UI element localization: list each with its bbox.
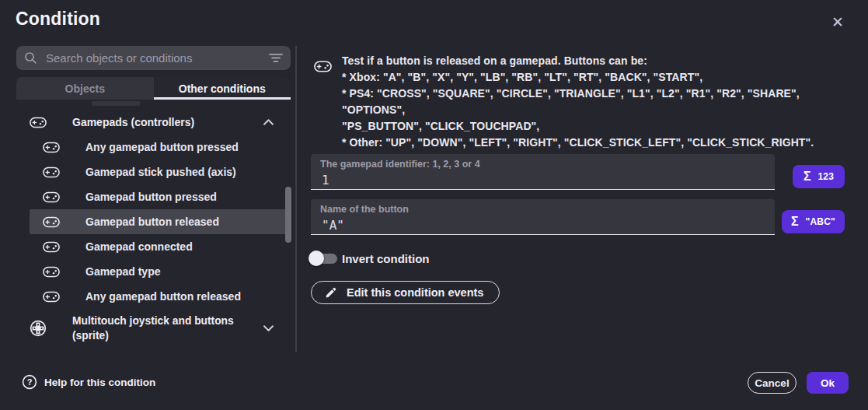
clipped-list-row — [92, 101, 140, 106]
list-group-multitouch[interactable]: Multitouch joystick and buttons (sprite) — [30, 309, 287, 348]
pencil-icon — [325, 286, 337, 299]
gamepad-icon — [30, 116, 47, 129]
list-group-gamepads[interactable]: Gamepads (controllers) — [30, 110, 287, 135]
dialog-title: Condition — [16, 9, 100, 30]
button-name-input[interactable] — [320, 217, 758, 233]
list-item[interactable]: Any gamepad button pressed — [30, 135, 287, 159]
group-label: Multitouch joystick and buttons (sprite) — [72, 314, 253, 343]
gamepad-icon — [43, 290, 60, 303]
ok-button[interactable]: Ok — [807, 372, 849, 394]
tab-objects[interactable]: Objects — [16, 77, 154, 100]
gamepad-icon — [43, 141, 60, 154]
list-item-selected[interactable]: Gamepad button released — [30, 209, 287, 234]
gamepad-identifier-input[interactable] — [320, 172, 758, 188]
gamepad-icon — [43, 166, 60, 179]
help-link[interactable]: ? Help for this condition — [22, 374, 155, 390]
button-name-field[interactable]: Name of the button — [311, 199, 775, 235]
multitouch-dpad-icon — [30, 320, 47, 337]
gamepad-icon — [43, 265, 60, 279]
panel-divider — [295, 46, 297, 352]
tab-objects-label: Objects — [65, 82, 105, 95]
list-scrollbar-thumb[interactable] — [285, 187, 291, 243]
gamepad-identifier-field[interactable]: The gamepad identifier: 1, 2, 3 or 4 — [311, 154, 775, 190]
list-item[interactable]: Gamepad connected — [30, 234, 287, 259]
cancel-button[interactable]: Cancel — [748, 372, 797, 394]
tab-other-conditions-label: Other conditions — [179, 82, 266, 95]
edit-condition-events-label: Edit this condition events — [347, 286, 483, 299]
list-item[interactable]: Gamepad button pressed — [30, 184, 287, 209]
question-mark-icon: ? — [22, 374, 37, 390]
selected-tab-indicator — [154, 97, 291, 100]
toggle-thumb — [309, 251, 324, 266]
list-item-label: Gamepad button released — [85, 216, 219, 228]
condition-dialog: Condition ✕ Objects Other conditions Gam… — [0, 0, 868, 410]
gamepad-icon — [43, 191, 60, 204]
expression-button-label: "ABC" — [806, 216, 835, 227]
expression-builder-number-button[interactable]: Σ 123 — [793, 165, 845, 188]
help-link-label: Help for this condition — [44, 377, 155, 388]
list-item-label: Gamepad button pressed — [85, 191, 217, 203]
search-input[interactable] — [44, 51, 262, 65]
list-item-label: Gamepad stick pushed (axis) — [85, 166, 236, 178]
chevron-up-icon[interactable] — [263, 118, 274, 127]
invert-condition-label: Invert condition — [342, 252, 430, 265]
conditions-list: Gamepads (controllers) Any gamepad butto… — [16, 110, 294, 348]
field-label: Name of the button — [320, 204, 765, 215]
list-item-label: Any gamepad button released — [85, 290, 241, 303]
filter-lines-icon[interactable] — [269, 53, 283, 63]
search-icon — [24, 51, 37, 65]
close-icon[interactable]: ✕ — [827, 11, 849, 33]
sigma-icon: Σ — [804, 170, 811, 183]
expression-builder-string-button[interactable]: Σ "ABC" — [782, 210, 845, 233]
panel-tabs: Objects Other conditions — [16, 77, 291, 100]
svg-text:?: ? — [27, 377, 33, 387]
sigma-icon: Σ — [791, 216, 799, 228]
list-item-label: Any gamepad button pressed — [85, 141, 239, 153]
condition-description: Test if a button is released on a gamepa… — [342, 53, 859, 151]
list-item[interactable]: Gamepad type — [30, 259, 287, 284]
gamepad-icon — [43, 216, 60, 229]
expression-button-label: 123 — [817, 171, 834, 182]
gamepad-icon — [43, 240, 60, 254]
list-item-label: Gamepad type — [85, 265, 160, 278]
search-bar[interactable] — [16, 46, 291, 70]
group-label: Gamepads (controllers) — [72, 116, 194, 128]
tab-other-conditions[interactable]: Other conditions — [154, 77, 291, 100]
gamepad-icon — [314, 60, 332, 73]
field-label: The gamepad identifier: 1, 2, 3 or 4 — [320, 159, 765, 170]
list-item[interactable]: Any gamepad button released — [30, 284, 287, 309]
edit-condition-events-button[interactable]: Edit this condition events — [311, 281, 500, 304]
list-item-label: Gamepad connected — [85, 240, 193, 253]
invert-condition-toggle[interactable] — [309, 251, 338, 266]
chevron-down-icon[interactable] — [263, 324, 274, 333]
list-item[interactable]: Gamepad stick pushed (axis) — [30, 159, 287, 184]
